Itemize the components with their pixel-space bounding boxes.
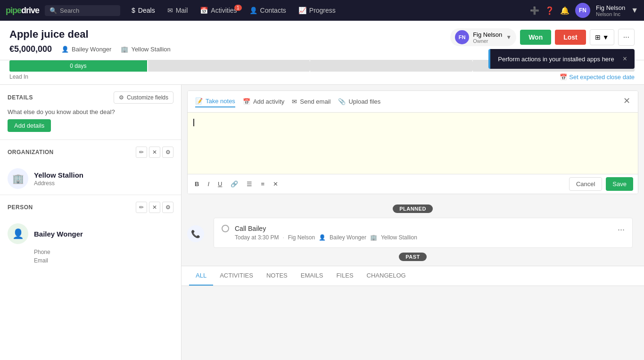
tab-notes[interactable]: NOTES (260, 266, 294, 286)
grid-view-button[interactable]: ⊞ ▼ (590, 29, 614, 45)
won-button[interactable]: Won (520, 30, 551, 45)
more-options-button[interactable]: ··· (618, 29, 635, 46)
person-row: 👤 Bailey Wonger (8, 223, 173, 244)
unordered-list-button[interactable]: ☰ (244, 179, 255, 189)
deal-org: 🏢 Yellow Stallion (121, 46, 170, 53)
help-icon[interactable]: ❓ (545, 6, 554, 15)
planned-section: PLANNED (182, 200, 644, 218)
add-icon[interactable]: ➕ (530, 6, 539, 15)
progress-segment-2[interactable] (147, 60, 310, 72)
tab-emails[interactable]: EMAILS (294, 266, 330, 286)
org-address: Address (34, 180, 83, 187)
notes-editor-area[interactable] (188, 113, 638, 174)
user-info[interactable]: Fig Nelson Nelson Inc (596, 4, 625, 17)
bold-button[interactable]: B (192, 179, 201, 189)
lost-button[interactable]: Lost (555, 30, 586, 45)
activity-card: Call Bailey Today at 3:30 PM · Fig Nelso… (214, 218, 633, 248)
email-label: Email (34, 257, 173, 264)
person-icon: 👤 (61, 46, 69, 53)
activity-org: Yellow Stallion (381, 234, 417, 241)
nav-item-activities[interactable]: 📅 Activities 1 (194, 4, 242, 17)
tab-upload-files[interactable]: 📎 Upload files (338, 96, 380, 107)
progress-labels: Lead In 📅 Set expected close date (9, 74, 635, 81)
deal-header: Apple juice deal €5,000,000 👤 Bailey Won… (0, 21, 644, 60)
main-content: DETAILS ⚙ Customize fields What else do … (0, 85, 644, 360)
deal-actions: FN Fig Nelson Owner ▼ Won Lost ⊞ ▼ ··· (450, 28, 635, 46)
nav-item-deals[interactable]: $ Deals (126, 4, 161, 17)
org-edit-button[interactable]: ✏ (136, 147, 147, 158)
italic-button[interactable]: I (205, 179, 212, 189)
tab-activities[interactable]: ACTIVITIES (213, 266, 260, 286)
details-empty: What else do you know about the deal? Ad… (0, 108, 181, 139)
editor-close-button[interactable]: ✕ (623, 96, 630, 106)
user-company: Nelson Inc (596, 11, 625, 17)
activities-icon: 📅 (200, 7, 208, 14)
org-name: Yellow Stallion (34, 171, 83, 179)
right-panel: 📝 Take notes 📅 Add activity ✉ Send email… (182, 85, 644, 360)
user-name: Fig Nelson (596, 4, 625, 11)
underline-button[interactable]: U (215, 179, 224, 189)
nav-deals-label: Deals (138, 7, 155, 14)
person-avatar-icon: 👤 (8, 223, 28, 244)
activity-row: 📞 Call Bailey Today at 3:30 PM · Fig Nel… (187, 218, 638, 248)
user-avatar[interactable]: FN (575, 3, 590, 18)
save-button[interactable]: Save (606, 177, 633, 191)
upload-label: Upload files (348, 98, 380, 105)
progress-segment-3[interactable] (309, 60, 472, 72)
tab-send-email[interactable]: ✉ Send email (292, 96, 330, 107)
link-button[interactable]: 🔗 (228, 179, 240, 189)
set-close-date-link[interactable]: 📅 Set expected close date (560, 74, 635, 81)
person-edit-button[interactable]: ✏ (136, 202, 147, 213)
org-remove-button[interactable]: ✕ (149, 147, 160, 158)
phone-label: Phone (34, 249, 173, 255)
close-date-text: Set expected close date (569, 74, 635, 81)
details-section-title: DETAILS (8, 94, 33, 101)
notification-icon[interactable]: 🔔 (560, 6, 570, 15)
nav-activities-label: Activities (211, 7, 237, 14)
deal-org-name: Yellow Stallion (131, 46, 170, 53)
activity-time: Today at 3:30 PM (235, 234, 279, 241)
notes-toolbar: 📝 Take notes 📅 Add activity ✉ Send email… (188, 91, 638, 113)
customize-fields-button[interactable]: ⚙ Customize fields (114, 91, 173, 104)
active-stage-days: 0 days (70, 63, 86, 69)
tab-activities-label: ACTIVITIES (220, 272, 253, 279)
org-section-title: ORGANIZATION (8, 149, 54, 155)
org-icon: 🏢 (8, 168, 28, 189)
tab-add-activity[interactable]: 📅 Add activity (243, 96, 284, 107)
search-placeholder: Search (60, 7, 79, 14)
add-details-button[interactable]: Add details (8, 119, 51, 132)
person-settings-button[interactable]: ⚙ (162, 202, 173, 213)
tab-changelog[interactable]: CHANGELOG (360, 266, 413, 286)
tab-all[interactable]: ALL (189, 266, 213, 286)
app-logo: pipedrive (6, 6, 39, 16)
chevron-down-icon[interactable]: ▼ (631, 6, 638, 15)
toast-close-button[interactable]: × (623, 55, 627, 63)
person-remove-button[interactable]: ✕ (149, 202, 160, 213)
person-card: 👤 Bailey Wonger Phone Email (0, 218, 181, 270)
person-details: Phone Email (8, 249, 173, 264)
nav-item-mail[interactable]: ✉ Mail (162, 4, 194, 17)
activity-title: Call Bailey (235, 225, 612, 232)
person-section-header: PERSON ✏ ✕ ⚙ (0, 195, 181, 218)
activity-phone-wrapper: 📞 (187, 218, 204, 242)
stage-label: Lead In (9, 74, 28, 81)
org-settings-button[interactable]: ⚙ (162, 147, 173, 158)
ordered-list-button[interactable]: ≡ (258, 179, 267, 189)
activity-more-button[interactable]: ··· (618, 225, 625, 235)
owner-chevron-icon[interactable]: ▼ (506, 34, 512, 41)
activity-complete-checkbox[interactable] (222, 225, 229, 232)
cancel-button[interactable]: Cancel (569, 177, 602, 191)
activity-content: Call Bailey Today at 3:30 PM · Fig Nelso… (235, 225, 612, 241)
owner-initials: FN (459, 34, 466, 40)
tab-files[interactable]: FILES (330, 266, 360, 286)
org-separator-icon: 🏢 (370, 234, 377, 241)
tab-take-notes[interactable]: 📝 Take notes (195, 96, 235, 107)
org-section-actions: ✏ ✕ ⚙ (136, 147, 173, 158)
nav-item-contacts[interactable]: 👤 Contacts (244, 4, 292, 17)
tab-notes-label: NOTES (266, 272, 288, 279)
nav-items: $ Deals ✉ Mail 📅 Activities 1 👤 Contacts… (126, 4, 528, 17)
nav-item-progress[interactable]: 📈 Progress (293, 4, 341, 17)
upload-icon: 📎 (338, 98, 346, 105)
search-box[interactable]: 🔍 Search (45, 5, 120, 16)
clear-format-button[interactable]: ✕ (271, 179, 281, 189)
